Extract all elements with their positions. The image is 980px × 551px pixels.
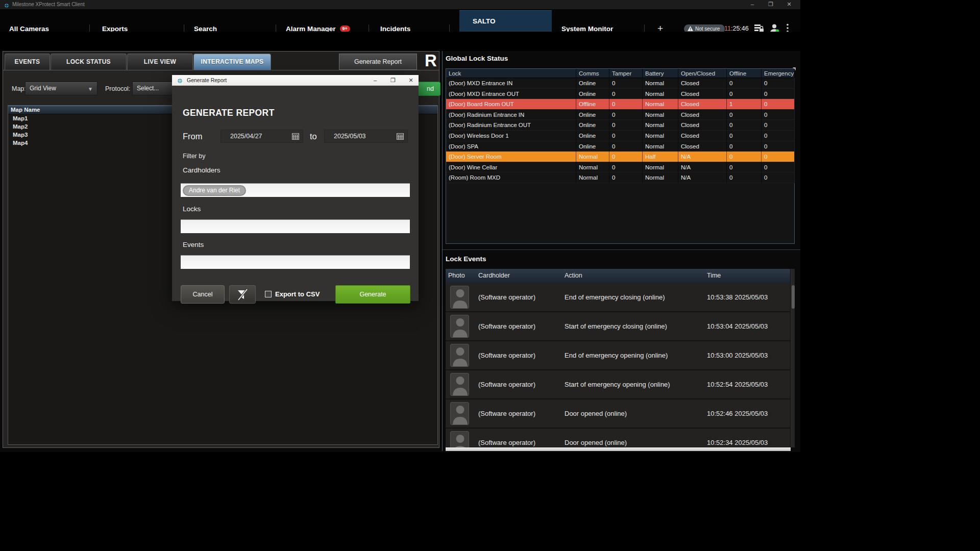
main-nav: All Cameras Exports Search Alarm Manager… xyxy=(0,9,800,32)
generate-report-button[interactable]: Generate Report xyxy=(339,54,417,70)
cell-comms: Offline xyxy=(576,99,609,110)
cancel-button[interactable]: Cancel xyxy=(181,285,225,304)
cardholders-label: Cardholders xyxy=(183,166,220,174)
lock-event-row[interactable]: (Software operator) End of emergency ope… xyxy=(446,341,790,369)
cell-cardholder: (Software operator) xyxy=(478,322,535,330)
col-offline[interactable]: Offline xyxy=(727,69,762,78)
dialog-close-button[interactable]: ✕ xyxy=(404,77,418,84)
col-open-closed[interactable]: Open/Closed xyxy=(678,69,727,78)
cell-emergency: 0 xyxy=(762,120,795,131)
lock-event-row[interactable]: (Software operator) Door opened (online)… xyxy=(446,399,790,428)
clock: 11:25:46 xyxy=(724,25,749,32)
dialog-minimize-button[interactable]: – xyxy=(369,77,382,84)
dialog-maximize-button[interactable]: ❐ xyxy=(386,77,400,84)
map-label: Map: xyxy=(12,85,26,92)
cell-time: 10:52:46 2025/05/03 xyxy=(707,410,768,417)
vertical-scrollbar[interactable] xyxy=(791,269,795,447)
dialog-app-icon xyxy=(177,77,183,86)
cell-battery: Normal xyxy=(643,172,678,183)
lock-status-row[interactable]: (Door) Server Room Normal 0 Half N/A 0 0 xyxy=(446,152,794,162)
cell-lock: (Door) MXD Entrance IN xyxy=(446,78,576,89)
cardholder-photo-placeholder xyxy=(450,402,469,425)
lock-status-row[interactable]: (Door) Radinium Entrance OUT Online 0 No… xyxy=(446,120,794,131)
cell-time: 10:53:04 2025/05/03 xyxy=(707,322,768,330)
cell-lock: (Door) Wine Cellar xyxy=(446,162,576,173)
lock-status-row[interactable]: (Door) MXD Entrance OUT Online 0 Normal … xyxy=(446,89,794,99)
tab-live-view[interactable]: LIVE VIEW xyxy=(127,54,193,70)
col-cardholder[interactable]: Cardholder xyxy=(478,272,510,279)
to-date-field[interactable]: 2025/05/03 xyxy=(324,130,408,143)
cardholder-chip[interactable]: Andre van der Riet xyxy=(183,185,246,196)
cell-lock: (Door) Radinium Entrance IN xyxy=(446,110,576,120)
tab-events[interactable]: EVENTS xyxy=(5,54,50,70)
col-lock[interactable]: Lock xyxy=(446,69,576,78)
cell-emergency: 0 xyxy=(762,78,795,89)
col-comms[interactable]: Comms xyxy=(576,69,609,78)
col-time[interactable]: Time xyxy=(707,272,721,279)
cardholders-input[interactable]: Andre van der Riet xyxy=(181,183,410,197)
cell-offline: 1 xyxy=(727,99,762,110)
generate-button[interactable]: Generate xyxy=(335,285,410,304)
cell-open-closed: Closed xyxy=(678,131,727,141)
lock-event-row[interactable]: (Software operator) Start of emergency c… xyxy=(446,312,790,340)
lock-status-header: Lock Comms Tamper Battery Open/Closed Of… xyxy=(446,69,794,78)
window-close-button[interactable]: ✕ xyxy=(782,1,796,9)
lock-status-row[interactable]: (Door) Board Room OUT Offline 0 Normal C… xyxy=(446,99,794,110)
window-minimize-button[interactable]: – xyxy=(745,1,760,9)
cell-comms: Online xyxy=(576,89,609,99)
col-photo[interactable]: Photo xyxy=(448,272,465,279)
tab-interactive-maps[interactable]: INTERACTIVE MAPS xyxy=(193,54,271,70)
lock-status-row[interactable]: (Door) Wine Cellar Normal 0 Normal N/A 0… xyxy=(446,162,794,173)
col-tamper[interactable]: Tamper xyxy=(609,69,643,78)
cell-time: 10:53:00 2025/05/03 xyxy=(707,352,768,359)
lock-event-row[interactable]: (Software operator) End of emergency clo… xyxy=(446,283,790,311)
window-maximize-button[interactable]: ❐ xyxy=(764,1,778,9)
export-csv-checkbox[interactable] xyxy=(265,291,272,297)
lock-status-row[interactable]: (Door) SPA Online 0 Normal Closed 0 0 xyxy=(446,141,794,152)
cell-comms: Online xyxy=(576,141,609,152)
cell-comms: Normal xyxy=(576,172,609,183)
app-window: Milestone XProtect Smart Client – ❐ ✕ Al… xyxy=(0,0,800,452)
lock-status-row[interactable]: (Room) Room MXD Normal 0 Normal N/A 0 0 xyxy=(446,172,794,183)
cell-time: 10:52:34 2025/05/03 xyxy=(707,439,768,446)
cell-tamper: 0 xyxy=(609,99,643,110)
to-label: to xyxy=(310,132,317,141)
cell-lock: (Door) MXD Entrance OUT xyxy=(446,89,576,99)
locks-input[interactable] xyxy=(181,219,410,233)
protocol-label: Protocol: xyxy=(105,85,130,92)
lock-status-title: Global Lock Status xyxy=(446,55,508,62)
events-input[interactable] xyxy=(181,255,410,269)
cell-emergency: 0 xyxy=(762,172,795,183)
clear-filter-button[interactable] xyxy=(229,285,256,304)
horizontal-scrollbar[interactable] xyxy=(446,447,791,451)
col-emergency[interactable]: Emergency xyxy=(762,69,795,78)
cell-comms: Online xyxy=(576,120,609,131)
scrollbar-thumb[interactable] xyxy=(792,285,795,309)
lock-status-row[interactable]: (Door) Radinium Entrance IN Online 0 Nor… xyxy=(446,110,794,120)
lock-status-rows: (Door) MXD Entrance IN Online 0 Normal C… xyxy=(446,78,794,183)
cell-open-closed: Closed xyxy=(678,120,727,131)
lock-status-row[interactable]: (Door) MXD Entrance IN Online 0 Normal C… xyxy=(446,78,794,89)
cell-action: End of emergency opening (online) xyxy=(565,352,668,359)
cell-cardholder: (Software operator) xyxy=(478,439,535,446)
col-battery[interactable]: Battery xyxy=(643,69,678,78)
cell-offline: 0 xyxy=(727,89,762,99)
cardholder-photo-placeholder xyxy=(450,373,469,396)
from-date-field[interactable]: 2025/04/27 xyxy=(220,130,303,143)
map-select[interactable]: Grid View ▼ xyxy=(25,82,97,95)
person-silhouette-icon xyxy=(451,286,469,309)
tab-lock-status[interactable]: LOCK STATUS xyxy=(51,54,127,70)
dialog-titlebar[interactable]: Generate Report – ❐ ✕ xyxy=(172,75,419,86)
cell-tamper: 0 xyxy=(609,152,643,162)
cell-battery: Normal xyxy=(643,99,678,110)
cell-emergency: 0 xyxy=(762,89,795,99)
person-silhouette-icon xyxy=(451,344,469,367)
col-action[interactable]: Action xyxy=(565,272,582,279)
lock-event-row[interactable]: (Software operator) Start of emergency o… xyxy=(446,370,790,398)
dialog-body: GENERATE REPORT From 2025/04/27 to 2025/… xyxy=(172,86,419,301)
lock-status-row[interactable]: (Door) Wireless Door 1 Online 0 Normal C… xyxy=(446,131,794,141)
tab-salto-active[interactable]: SALTO xyxy=(459,10,552,32)
cell-offline: 0 xyxy=(727,131,762,141)
cell-tamper: 0 xyxy=(609,89,643,99)
cell-battery: Normal xyxy=(643,120,678,131)
